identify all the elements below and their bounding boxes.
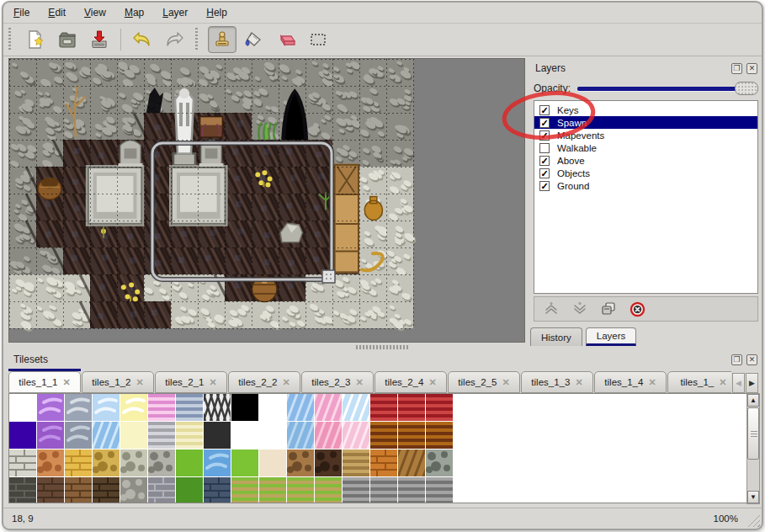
tileset-tab-label: tiles_1_2 — [92, 377, 130, 387]
toolbar-grip[interactable] — [195, 28, 201, 51]
eraser-tool-icon — [274, 29, 298, 50]
tileset-tab-tiles_2_1[interactable]: tiles_2_1✕ — [155, 371, 227, 393]
tab-close-icon[interactable]: ✕ — [62, 377, 70, 388]
layer-row-walkable[interactable]: Walkable — [534, 141, 757, 154]
opacity-slider[interactable] — [577, 87, 738, 91]
tileset-tab-tiles_2_5[interactable]: tiles_2_5✕ — [448, 371, 520, 393]
tab-close-icon[interactable]: ✕ — [135, 377, 143, 388]
menu-map[interactable]: Map — [125, 7, 144, 19]
menu-file[interactable]: File — [13, 7, 29, 19]
layers-panel-title: Layers — [530, 62, 731, 74]
layer-row-keys[interactable]: ✓Keys — [534, 104, 757, 116]
tileset-tab-tiles_1_3[interactable]: tiles_1_3✕ — [521, 371, 593, 393]
tab-close-icon[interactable]: ✕ — [209, 377, 216, 388]
layer-name: Ground — [557, 181, 589, 191]
opacity-slider-handle[interactable] — [735, 82, 758, 95]
tileset-tab-tiles_2_2[interactable]: tiles_2_2✕ — [228, 371, 300, 393]
scroll-up-arrow[interactable]: ▲ — [747, 394, 759, 407]
layer-checkbox[interactable]: ✓ — [539, 130, 550, 141]
duplicate-layer-button[interactable] — [600, 301, 617, 317]
undo-icon — [131, 29, 153, 50]
tab-close-icon[interactable]: ✕ — [719, 377, 726, 388]
open-file-button[interactable] — [53, 26, 82, 53]
save-file-button[interactable] — [85, 26, 114, 53]
undo-button[interactable] — [128, 26, 157, 53]
close-icon[interactable]: ✕ — [746, 63, 757, 74]
tileset-tab-tiles_2_4[interactable]: tiles_2_4✕ — [375, 371, 447, 393]
tab-close-icon[interactable]: ✕ — [575, 377, 582, 388]
map-editor-pane — [8, 58, 525, 343]
opacity-label: Opacity: — [534, 82, 571, 94]
save-file-icon — [89, 29, 109, 50]
layer-checkbox[interactable]: ✓ — [539, 118, 550, 128]
tileset-tab-label: tiles_1_4 — [604, 377, 643, 387]
menu-edit[interactable]: Edit — [48, 7, 66, 19]
tileset-canvas[interactable] — [9, 394, 455, 503]
tileset-tab-tiles_1_[interactable]: tiles_1_✕ — [667, 371, 731, 393]
eraser-tool-button[interactable] — [272, 26, 300, 53]
tileset-tab-label: tiles_1_1 — [19, 377, 57, 387]
scrollbar-thumb[interactable] — [747, 407, 759, 460]
horizontal-splitter[interactable] — [3, 343, 762, 351]
layer-checkbox[interactable]: ✓ — [539, 168, 550, 178]
tab-scroll-right-button[interactable]: ▶ — [746, 373, 758, 393]
stamp-tool-button[interactable] — [208, 26, 236, 53]
layer-row-above[interactable]: ✓Above — [534, 154, 757, 167]
layer-row-ground[interactable]: ✓Ground — [534, 179, 757, 192]
menu-help[interactable]: Help — [206, 7, 227, 19]
tileset-tab-tiles_2_3[interactable]: tiles_2_3✕ — [301, 371, 374, 393]
delete-layer-button[interactable] — [629, 301, 645, 317]
tab-close-icon[interactable]: ✕ — [428, 377, 436, 388]
tileset-content: ▲ ▼ — [8, 393, 747, 503]
layer-list: ✓Keys✓Spawn✓MapeventsWalkable✓Above✓Obje… — [534, 100, 758, 294]
close-icon[interactable]: ✕ — [746, 354, 757, 365]
layer-checkbox[interactable] — [539, 143, 550, 153]
tab-scroll-left-button[interactable]: ◀ — [732, 373, 745, 393]
float-icon[interactable]: ❐ — [731, 63, 742, 74]
move-layer-down-button[interactable] — [571, 301, 588, 317]
layer-name: Walkable — [557, 143, 597, 153]
new-file-button[interactable] — [21, 26, 50, 53]
fill-tool-button[interactable] — [240, 26, 268, 53]
tileset-tab-tiles_1_1[interactable]: tiles_1_1✕ — [8, 371, 81, 393]
tileset-tab-tiles_1_2[interactable]: tiles_1_2✕ — [82, 371, 154, 393]
tilesets-panel-title: Tilesets — [7, 354, 731, 365]
tab-close-icon[interactable]: ✕ — [648, 377, 656, 388]
menu-view[interactable]: View — [84, 7, 106, 19]
layer-name: Spawn — [557, 118, 587, 128]
stamp-tool-icon — [212, 29, 232, 50]
layer-row-spawn[interactable]: ✓Spawn — [534, 116, 757, 129]
tab-close-icon[interactable]: ✕ — [502, 377, 509, 388]
layer-buttons — [534, 296, 758, 322]
toolbar-separator — [120, 29, 121, 51]
layers-panel-header: Layers ❐ ✕ — [530, 60, 762, 77]
duplicate-layer-icon — [601, 301, 616, 317]
layer-checkbox[interactable]: ✓ — [539, 156, 550, 166]
new-file-icon — [25, 29, 45, 50]
tileset-tab-tiles_1_4[interactable]: tiles_1_4✕ — [594, 371, 667, 393]
menu-layer[interactable]: Layer — [162, 7, 188, 19]
redo-button[interactable] — [160, 26, 189, 53]
cursor-coordinates: 18, 9 — [3, 513, 714, 524]
layer-row-objects[interactable]: ✓Objects — [534, 167, 757, 179]
tab-close-icon[interactable]: ✕ — [282, 377, 290, 388]
scroll-down-arrow[interactable]: ▼ — [747, 491, 759, 503]
float-icon[interactable]: ❐ — [731, 354, 742, 365]
redo-icon — [163, 29, 185, 50]
map-canvas[interactable] — [9, 59, 524, 342]
opacity-row: Opacity: — [534, 80, 758, 97]
layer-row-mapevents[interactable]: ✓Mapevents — [534, 129, 757, 141]
delete-layer-icon — [630, 301, 645, 317]
layer-checkbox[interactable]: ✓ — [539, 105, 550, 115]
toolbar-grip[interactable] — [8, 28, 14, 51]
tileset-vertical-scrollbar[interactable]: ▲ ▼ — [746, 393, 760, 504]
statusbar: 18, 9 100% — [3, 508, 762, 529]
rect-select-tool-button[interactable] — [304, 26, 332, 53]
rect-select-tool-icon — [307, 29, 329, 50]
tab-close-icon[interactable]: ✕ — [355, 377, 363, 388]
tileset-tabs: tiles_1_1✕tiles_1_2✕tiles_2_1✕tiles_2_2✕… — [8, 371, 731, 393]
layer-checkbox[interactable]: ✓ — [539, 181, 550, 191]
tileset-tab-label: tiles_1_3 — [531, 377, 570, 387]
move-layer-up-button[interactable] — [543, 301, 560, 317]
tileset-tab-label: tiles_2_1 — [165, 377, 204, 387]
